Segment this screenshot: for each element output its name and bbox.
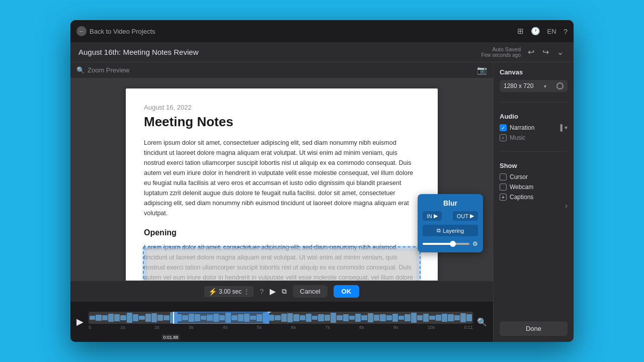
audio-section: Audio ✓ Narration ▐ ▾ + Music: [500, 113, 568, 141]
help-button[interactable]: ?: [260, 288, 264, 296]
play-button[interactable]: ▶: [76, 316, 84, 327]
redo-button[interactable]: ↪: [540, 45, 551, 59]
help-icon[interactable]: ?: [564, 27, 568, 36]
blur-out-label: OUT: [457, 213, 468, 219]
bottom-controls: ⚡ 3.00 sec ⋮ ? ▶ ⧉ Cancel OK ▶: [70, 281, 493, 342]
timeline: ▶: [70, 302, 493, 342]
timeline-search-icon[interactable]: 🔍: [477, 317, 487, 327]
divider-1: [500, 102, 568, 103]
cursor-row: Cursor: [500, 173, 568, 180]
zoom-search[interactable]: 🔍 Zoom Preview: [76, 66, 129, 74]
undo-button[interactable]: ↩: [526, 45, 536, 59]
grid-icon[interactable]: ⊞: [517, 27, 524, 36]
ruler-3s: 3s: [189, 325, 194, 330]
camera-icon[interactable]: 📷: [477, 65, 487, 75]
ruler-6s: 6s: [291, 325, 296, 330]
ruler-1s: 1s: [120, 325, 125, 330]
blur-slider-fill: [423, 243, 451, 245]
more-options-button[interactable]: ⌄: [555, 45, 566, 59]
blur-in-arrow: ▶: [434, 213, 438, 219]
expand-icon[interactable]: ›: [565, 202, 568, 210]
narration-row: ✓ Narration ▐ ▾: [500, 124, 568, 131]
top-bar: ← Back to Video Projects ⊞ 🕐 EN ?: [70, 20, 574, 42]
main-layout: 🔍 Zoom Preview 📷 August 16, 2022 Meeting…: [70, 62, 574, 342]
layering-button[interactable]: ⧉ Layering: [423, 225, 478, 236]
show-section: Show Cursor Webcam + Captions ›: [500, 162, 568, 211]
blur-in-button[interactable]: IN ▶: [423, 211, 442, 221]
add-captions-icon: +: [500, 194, 507, 201]
auto-saved-time: Few seconds ago: [481, 52, 521, 58]
language-button[interactable]: EN: [547, 28, 556, 35]
time-steppers[interactable]: ⋮: [244, 288, 250, 295]
ruler-end: 0:11: [464, 325, 473, 330]
ruler-9s: 9s: [393, 325, 398, 330]
canvas-selector[interactable]: 644 x 362 ▾: [500, 80, 568, 92]
blur-out-button[interactable]: OUT ▶: [453, 211, 478, 221]
clip-handle-right[interactable]: [265, 312, 269, 324]
expand-area: ›: [500, 201, 568, 211]
ruler-4s: 4s: [223, 325, 228, 330]
title-right: Auto Saved Few seconds ago ↩ ↪ ⌄: [481, 45, 566, 59]
timeline-ruler: 0 1s 2s 3s 4s 5s 6s 7s 8s 9s 10s 0:11: [89, 325, 473, 330]
blur-slider[interactable]: [423, 243, 469, 245]
effect-time-icon: ⚡: [208, 288, 217, 296]
canvas-size: 644 x 362: [504, 82, 533, 89]
music-label: Music: [510, 134, 525, 141]
webcam-label: Webcam: [510, 184, 533, 191]
clip-region[interactable]: [173, 312, 269, 324]
add-music-row[interactable]: + Music: [500, 134, 568, 141]
title-bar: August 16th: Meeting Notes Review Auto S…: [70, 42, 574, 62]
cursor-checkbox[interactable]: [500, 173, 507, 180]
blur-in-out: IN ▶ OUT ▶: [423, 211, 478, 221]
blur-slider-thumb: [450, 241, 456, 247]
waveform-visual: [89, 312, 473, 324]
playhead-time: 0:01.88: [162, 334, 180, 340]
cursor-label: Cursor: [510, 173, 528, 180]
preview-area: 🔍 Zoom Preview 📷 August 16, 2022 Meeting…: [70, 62, 493, 342]
audio-title: Audio: [500, 113, 568, 120]
history-icon[interactable]: 🕐: [531, 27, 540, 36]
narration-checkbox[interactable]: ✓: [500, 124, 507, 131]
canvas-chevron-down: ▾: [544, 83, 546, 89]
ok-button[interactable]: OK: [334, 285, 360, 298]
blur-out-arrow: ▶: [470, 213, 474, 219]
doc-body-1: Lorem ipsum dolor sit amet, consectetuer…: [144, 138, 420, 218]
doc-title: Meeting Notes: [144, 114, 420, 130]
search-icon: 🔍: [76, 66, 85, 74]
project-title: August 16th: Meeting Notes Review: [78, 48, 481, 56]
effect-time-value: 3.00 sec: [219, 288, 242, 295]
done-button[interactable]: Done: [500, 321, 568, 336]
play-preview-button[interactable]: ▶: [270, 287, 276, 296]
blur-adjust-icon[interactable]: ⚙: [472, 240, 478, 247]
right-panel: Canvas 644 x 362 ▾ Audio ✓ Narration ▐ …: [493, 62, 574, 342]
show-title: Show: [500, 162, 568, 169]
narration-chevron[interactable]: ▾: [565, 124, 568, 131]
ruler-0: 0: [89, 325, 91, 330]
blur-selection[interactable]: [144, 247, 420, 281]
playhead[interactable]: [173, 312, 174, 324]
captions-label: Captions: [510, 194, 533, 201]
cancel-button[interactable]: Cancel: [293, 285, 327, 298]
effect-controls: ⚡ 3.00 sec ⋮ ? ▶ ⧉ Cancel OK: [70, 281, 493, 302]
canvas-area: August 16, 2022 Meeting Notes Lorem ipsu…: [70, 78, 493, 281]
ruler-8s: 8s: [359, 325, 364, 330]
ruler-7s: 7s: [325, 325, 330, 330]
narration-icons: ▐ ▾: [558, 124, 568, 131]
back-button[interactable]: ← Back to Video Projects: [76, 26, 155, 36]
back-label: Back to Video Projects: [90, 28, 155, 35]
blur-popup-title: Blur: [423, 199, 478, 207]
timeline-waveform: [89, 312, 473, 324]
captions-row[interactable]: + Captions: [500, 194, 568, 201]
auto-saved-label: Auto Saved: [481, 46, 521, 52]
divider-2: [500, 151, 568, 152]
audio-level-icon[interactable]: ▐: [558, 124, 562, 131]
copy-button[interactable]: ⧉: [282, 287, 287, 296]
timeline-track[interactable]: 0 1s 2s 3s 4s 5s 6s 7s 8s 9s 10s 0:11: [89, 312, 473, 332]
layering-label: Layering: [443, 228, 464, 234]
blur-slider-row: ⚙: [423, 240, 478, 247]
clip-handle-left[interactable]: [174, 312, 178, 324]
webcam-checkbox[interactable]: [500, 184, 507, 191]
blur-in-label: IN: [427, 213, 432, 219]
canvas-circle: [556, 82, 564, 89]
preview-toolbar: 🔍 Zoom Preview 📷: [70, 62, 493, 78]
